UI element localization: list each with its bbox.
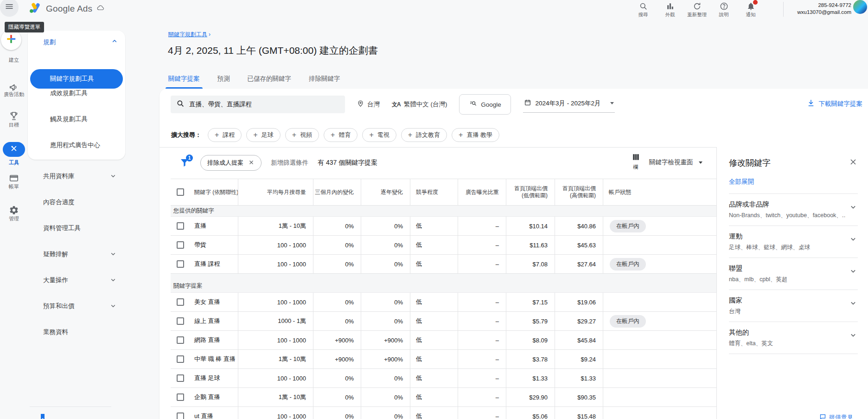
table-row[interactable]: 帶貨 100 - 1000 0% 0% 低 – $11.63 $45.63 bbox=[171, 236, 716, 255]
keyword-view-selector[interactable]: 關鍵字檢視畫面 bbox=[649, 158, 702, 167]
cell-bid-high: $45.84 bbox=[555, 331, 603, 349]
avatar[interactable] bbox=[853, 0, 867, 14]
sidebar-section-item[interactable]: 共用資料庫 bbox=[28, 163, 125, 189]
table-row[interactable]: 企鵝 直播 1萬 - 10萬 0% 0% 低 – $29.90 $90.35 bbox=[171, 388, 716, 407]
adult-filter-chip[interactable]: 排除成人提案 bbox=[200, 155, 262, 171]
rail-item-billing-label[interactable]: 帳單 bbox=[0, 183, 28, 190]
language-selector[interactable]: 文A 繁體中文 (台灣) bbox=[392, 100, 447, 109]
col-header-keyword[interactable]: 關鍵字 (依關聯性) bbox=[192, 179, 238, 205]
menu-button[interactable] bbox=[0, 0, 19, 17]
add-filter-button[interactable]: 新增篩選條件 bbox=[271, 159, 308, 167]
broaden-chip[interactable]: + 足球 bbox=[246, 128, 280, 142]
sidebar-section-item[interactable]: 疑難排解 bbox=[28, 241, 125, 267]
tab-negative-keywords[interactable]: 排除關鍵字 bbox=[300, 69, 349, 89]
broaden-chip[interactable]: + 視頻 bbox=[285, 128, 319, 142]
expand-all-link[interactable]: 全部展開 bbox=[729, 178, 858, 186]
tab-saved-keywords[interactable]: 已儲存的關鍵字 bbox=[239, 69, 300, 89]
row-checkbox[interactable] bbox=[177, 374, 184, 382]
col-header-account-status[interactable]: 帳戶狀態 bbox=[603, 179, 716, 205]
row-checkbox[interactable] bbox=[177, 413, 184, 419]
table-row[interactable]: 網路 直播 100 - 1000 +900% +900% 低 – $8.09 $… bbox=[171, 331, 716, 350]
appearance-button[interactable]: 外觀 bbox=[660, 1, 680, 18]
table-row[interactable]: ut 直播 100 - 1000 0% 0% 低 – $5.06 $15.48 bbox=[171, 407, 716, 419]
bookmark-icon[interactable] bbox=[39, 413, 46, 419]
refine-group[interactable]: 其他的 體育、elta、英文 bbox=[729, 322, 858, 354]
broaden-chip[interactable]: + 課程 bbox=[208, 128, 242, 142]
filter-button[interactable]: 1 bbox=[179, 157, 191, 169]
table-row[interactable]: 中華 職 棒 直播 1萬 - 10萬 +900% +900% 低 – $3.78… bbox=[171, 350, 716, 369]
feedback-button[interactable]: 提供意見 bbox=[819, 413, 853, 419]
col-header-top-bid-high[interactable]: 首頁頂端出價 (高價範圍) bbox=[555, 179, 603, 205]
row-checkbox[interactable] bbox=[177, 298, 184, 306]
rail-item-admin-label[interactable]: 管理 bbox=[0, 215, 28, 222]
location-selector[interactable]: 台灣 bbox=[357, 100, 380, 109]
provided-keyword-rows: 直播 1萬 - 10萬 0% 0% 低 – $10.14 $40.86 在帳戶內… bbox=[171, 217, 716, 274]
sidebar-section-item[interactable]: 大量操作 bbox=[28, 267, 125, 293]
rail-item-create-label[interactable]: 建立 bbox=[0, 57, 28, 64]
location-pin-icon bbox=[357, 100, 364, 109]
table-row[interactable]: 線上 直播 1000 - 1萬 0% 0% 低 – $5.79 $29.27 在… bbox=[171, 312, 716, 331]
tab-forecast[interactable]: 預測 bbox=[209, 69, 239, 89]
close-icon[interactable] bbox=[248, 159, 255, 167]
breadcrumb-link[interactable]: 關鍵字規劃工具 bbox=[168, 31, 207, 38]
refine-group[interactable]: 聯盟 nba、mlb、cpbl、英超 bbox=[729, 258, 858, 290]
sidebar-section-item[interactable]: 內容合適度 bbox=[28, 189, 125, 215]
rail-item-tools[interactable] bbox=[3, 142, 25, 157]
search-toolbar: 直播、帶貨、直播課程 台灣 文A 繁體中文 (台灣) Google bbox=[171, 94, 615, 115]
refresh-button[interactable]: 重新整理 bbox=[687, 1, 707, 18]
refine-group[interactable]: 國家 台灣 bbox=[729, 290, 858, 322]
rail-item-tools-label[interactable]: 工具 bbox=[0, 159, 28, 166]
row-checkbox[interactable] bbox=[177, 222, 184, 230]
broaden-chip[interactable]: + 體育 bbox=[324, 128, 357, 142]
row-checkbox[interactable] bbox=[177, 241, 184, 249]
cell-keyword: 線上 直播 bbox=[192, 312, 238, 330]
sidebar-item-app-ads-hub[interactable]: 應用程式廣告中心 bbox=[50, 141, 100, 149]
select-all-checkbox[interactable] bbox=[177, 188, 184, 196]
col-header-competition[interactable]: 競爭程度 bbox=[410, 179, 458, 205]
columns-button[interactable]: 欄 bbox=[628, 153, 644, 171]
sidebar-section-item[interactable]: 資料管理工具 bbox=[28, 215, 125, 241]
row-checkbox[interactable] bbox=[177, 317, 184, 325]
chevron-down-icon bbox=[849, 266, 858, 277]
keyword-search-input[interactable]: 直播、帶貨、直播課程 bbox=[171, 96, 345, 113]
broaden-chip[interactable]: + 電視 bbox=[362, 128, 396, 142]
refine-group[interactable]: 品牌或非品牌 Non-Brands、twitch、youtube、faceboo… bbox=[729, 194, 858, 226]
date-range-selector[interactable]: 2024年3月 - 2025年2月 bbox=[523, 96, 614, 113]
cell-impression-share: – bbox=[458, 217, 506, 235]
col-header-ad-impression-share[interactable]: 廣告曝光比重 bbox=[458, 179, 506, 205]
cell-competition: 低 bbox=[410, 293, 458, 311]
rail-item-goals-label[interactable]: 目標 bbox=[0, 122, 28, 129]
sidebar-item-keyword-planner[interactable]: 關鍵字規劃工具 bbox=[30, 69, 123, 89]
download-keyword-ideas-button[interactable]: 下載關鍵字提案 bbox=[807, 99, 863, 109]
status-badge: 在帳戶內 bbox=[610, 258, 646, 271]
col-header-3mo-change[interactable]: 三個月內的變化 bbox=[313, 179, 361, 205]
account-info[interactable]: 285-924-9772 wxu13070@gmail.com bbox=[797, 2, 851, 16]
table-row[interactable]: 美女 直播 100 - 1000 0% 0% 低 – $7.15 $19.06 bbox=[171, 293, 716, 312]
broaden-chip[interactable]: + 語文教育 bbox=[401, 128, 447, 142]
table-row[interactable]: 直播 1萬 - 10萬 0% 0% 低 – $10.14 $40.86 在帳戶內 bbox=[171, 217, 716, 236]
sidebar-item-reach-planner[interactable]: 觸及規劃工具 bbox=[50, 115, 88, 123]
sidebar-section-item[interactable]: 預算和出價 bbox=[28, 293, 125, 319]
help-button[interactable]: 說明 bbox=[714, 1, 734, 18]
tab-keyword-ideas[interactable]: 關鍵字提案 bbox=[160, 69, 209, 89]
col-header-avg-monthly-searches[interactable]: 平均每月搜尋量 bbox=[238, 179, 313, 205]
close-icon[interactable] bbox=[849, 157, 858, 168]
row-checkbox[interactable] bbox=[177, 336, 184, 344]
col-header-yoy-change[interactable]: 逐年變化 bbox=[361, 179, 410, 205]
broaden-chip[interactable]: + 直播 教學 bbox=[452, 128, 499, 142]
rail-item-campaigns-label[interactable]: 廣告活動 bbox=[0, 91, 28, 98]
row-checkbox[interactable] bbox=[177, 355, 184, 363]
notifications-button[interactable]: 通知 bbox=[741, 1, 760, 18]
sidebar-item-performance-planner[interactable]: 成效規劃工具 bbox=[50, 89, 88, 97]
search-button[interactable]: 搜尋 bbox=[633, 1, 653, 18]
row-checkbox[interactable] bbox=[177, 260, 184, 268]
refine-group[interactable]: 運動 足球、棒球、籃球、網球、桌球 bbox=[729, 226, 858, 258]
row-checkbox[interactable] bbox=[177, 393, 184, 401]
network-selector[interactable]: Google bbox=[459, 94, 511, 115]
table-row[interactable]: 直播 課程 100 - 1000 0% 0% 低 – $7.08 $27.64 … bbox=[171, 255, 716, 274]
sidebar-section-item[interactable]: 業務資料 bbox=[28, 319, 125, 345]
col-header-top-bid-low[interactable]: 首頁頂端出價 (低價範圍) bbox=[506, 179, 555, 205]
nav-group-planning[interactable]: 規劃 bbox=[43, 36, 119, 48]
table-row[interactable]: 直播 足球 100 - 1000 0% 0% 低 – $1.33 $1.33 bbox=[171, 369, 716, 388]
create-button[interactable] bbox=[1, 30, 21, 50]
